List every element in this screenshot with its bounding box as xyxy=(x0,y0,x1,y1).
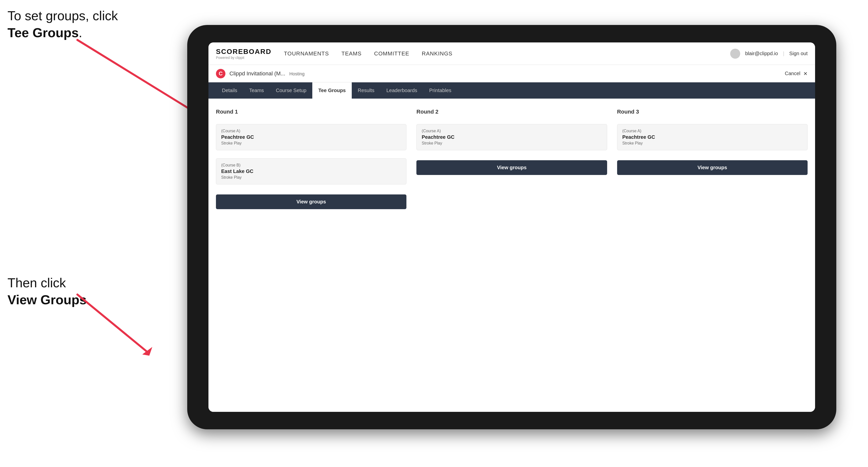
tab-tee-groups[interactable]: Tee Groups xyxy=(312,82,352,99)
tournament-logo: C xyxy=(216,69,225,79)
nav-links: TOURNAMENTS TEAMS COMMITTEE RANKINGS xyxy=(284,51,730,57)
round-3-column: Round 3 (Course A) Peachtree GC Stroke P… xyxy=(617,108,808,209)
svg-line-2 xyxy=(78,294,147,352)
nav-rankings[interactable]: RANKINGS xyxy=(422,51,453,57)
round-2-title: Round 2 xyxy=(416,108,607,115)
instruction-bottom-line1: Then click xyxy=(7,276,66,290)
round-1-column: Round 1 (Course A) Peachtree GC Stroke P… xyxy=(216,108,406,209)
nav-teams[interactable]: TEAMS xyxy=(342,51,362,57)
tab-course-setup[interactable]: Course Setup xyxy=(270,82,312,99)
nav-tournaments[interactable]: TOURNAMENTS xyxy=(284,51,329,57)
nav-committee[interactable]: COMMITTEE xyxy=(374,51,409,57)
tournament-name: Clippd Invitational (M... Hosting xyxy=(229,70,785,77)
top-nav: SCOREBOARD Powered by clippit TOURNAMENT… xyxy=(209,42,815,65)
round-1-course-b-card: (Course B) East Lake GC Stroke Play xyxy=(216,158,406,184)
tablet-screen: SCOREBOARD Powered by clippit TOURNAMENT… xyxy=(209,42,815,412)
round-2-course-a-label: (Course A) xyxy=(422,129,601,133)
tab-printables[interactable]: Printables xyxy=(423,82,457,99)
round-1-course-b-format: Stroke Play xyxy=(221,175,401,180)
round-3-view-groups-button[interactable]: View groups xyxy=(617,160,808,175)
sub-nav: C Clippd Invitational (M... Hosting Canc… xyxy=(209,65,815,82)
hosting-badge: Hosting xyxy=(289,71,305,76)
instruction-top-line1: To set groups, click xyxy=(7,8,118,23)
round-1-course-a-name: Peachtree GC xyxy=(221,134,401,140)
sign-out-link[interactable]: Sign out xyxy=(789,51,808,56)
round-1-course-a-card: (Course A) Peachtree GC Stroke Play xyxy=(216,124,406,150)
nav-right: blair@clippd.io | Sign out xyxy=(730,49,808,59)
round-1-view-groups-button[interactable]: View groups xyxy=(216,194,406,209)
close-icon[interactable]: ✕ xyxy=(803,71,808,76)
main-content: Round 1 (Course A) Peachtree GC Stroke P… xyxy=(209,99,815,412)
round-1-title: Round 1 xyxy=(216,108,406,115)
round-2-view-groups-button[interactable]: View groups xyxy=(416,160,607,175)
round-3-course-a-label: (Course A) xyxy=(622,129,802,133)
rounds-grid: Round 1 (Course A) Peachtree GC Stroke P… xyxy=(216,108,808,209)
round-2-course-a-name: Peachtree GC xyxy=(422,134,601,140)
tab-results[interactable]: Results xyxy=(352,82,380,99)
cancel-button[interactable]: Cancel xyxy=(785,71,800,76)
logo-sub: Powered by clippit xyxy=(216,56,271,60)
round-3-title: Round 3 xyxy=(617,108,808,115)
logo-area: SCOREBOARD Powered by clippit xyxy=(216,48,271,60)
tablet-device: SCOREBOARD Powered by clippit TOURNAMENT… xyxy=(187,25,836,429)
round-3-course-a-card: (Course A) Peachtree GC Stroke Play xyxy=(617,124,808,150)
round-2-course-a-format: Stroke Play xyxy=(422,141,601,146)
round-3-course-a-name: Peachtree GC xyxy=(622,134,802,140)
tab-teams[interactable]: Teams xyxy=(243,82,270,99)
tab-details[interactable]: Details xyxy=(216,82,243,99)
arrow-view-groups xyxy=(62,280,187,367)
user-avatar xyxy=(730,49,740,59)
round-1-course-b-label: (Course B) xyxy=(221,163,401,167)
round-1-course-b-name: East Lake GC xyxy=(221,168,401,174)
round-2-column: Round 2 (Course A) Peachtree GC Stroke P… xyxy=(416,108,607,209)
round-3-course-a-format: Stroke Play xyxy=(622,141,802,146)
user-email: blair@clippd.io xyxy=(745,51,778,56)
tab-leaderboards[interactable]: Leaderboards xyxy=(380,82,423,99)
tab-nav: Details Teams Course Setup Tee Groups Re… xyxy=(209,82,815,99)
round-2-course-a-card: (Course A) Peachtree GC Stroke Play xyxy=(416,124,607,150)
logo-text: SCOREBOARD xyxy=(216,48,271,56)
round-1-course-a-label: (Course A) xyxy=(221,129,401,133)
round-1-course-a-format: Stroke Play xyxy=(221,141,401,146)
